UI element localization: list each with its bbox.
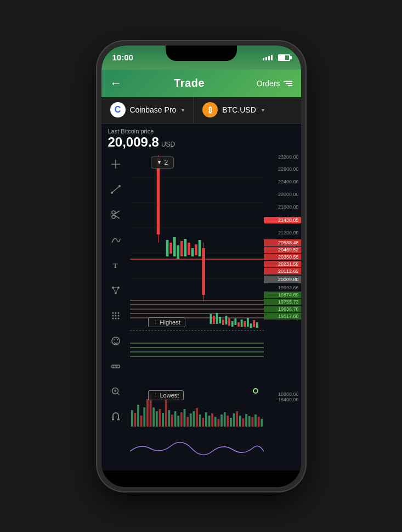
svg-rect-100 xyxy=(162,413,164,427)
svg-point-18 xyxy=(115,312,116,313)
svg-rect-107 xyxy=(183,409,185,427)
svg-line-7 xyxy=(115,211,120,214)
svg-rect-94 xyxy=(143,407,145,427)
svg-line-15 xyxy=(113,288,116,293)
svg-rect-88 xyxy=(253,320,255,327)
svg-point-24 xyxy=(115,317,116,319)
battery-fill xyxy=(279,55,286,60)
svg-rect-67 xyxy=(188,243,190,255)
svg-rect-93 xyxy=(140,416,142,427)
indicator-value: 2 xyxy=(164,159,168,166)
level-green-4: 19517.80 xyxy=(264,313,301,320)
indicator-badge[interactable]: ▼ 2 xyxy=(151,156,174,169)
svg-rect-86 xyxy=(247,318,249,327)
chart-svg xyxy=(130,152,264,405)
status-time: 10:00 xyxy=(112,53,133,62)
svg-text:T: T xyxy=(113,261,118,270)
svg-rect-114 xyxy=(205,412,207,427)
phone-inner: 10:00 ← Trade Orders xyxy=(101,46,301,487)
lowest-label[interactable]: ⋮ Lowest xyxy=(148,390,184,400)
scale-21200: 21200.00 xyxy=(264,230,301,236)
zoom-tool[interactable] xyxy=(108,384,123,399)
svg-rect-81 xyxy=(231,321,233,327)
level-red-1: 20588.48 xyxy=(264,239,301,246)
svg-rect-89 xyxy=(256,322,258,328)
exchange-name: Coinbase Pro xyxy=(130,105,177,114)
svg-rect-129 xyxy=(251,417,253,427)
svg-rect-84 xyxy=(240,320,242,327)
orders-label: Orders xyxy=(257,79,280,88)
highest-label[interactable]: ⋮ Highest xyxy=(148,317,185,327)
signal-bars xyxy=(263,55,273,60)
scale-21430: 21430.05 xyxy=(264,217,301,223)
svg-rect-104 xyxy=(174,411,176,427)
svg-rect-91 xyxy=(134,413,136,427)
btc-logo: ₿ xyxy=(202,102,218,117)
node-tool[interactable] xyxy=(108,283,123,298)
svg-rect-126 xyxy=(242,418,244,427)
svg-rect-80 xyxy=(228,318,230,326)
highest-dots: ⋮ xyxy=(153,320,158,325)
grid-tool[interactable] xyxy=(108,308,123,323)
svg-point-19 xyxy=(117,312,119,313)
svg-rect-64 xyxy=(177,245,179,259)
status-icons xyxy=(263,54,290,61)
svg-rect-117 xyxy=(214,417,216,427)
exchange-selector[interactable]: C Coinbase Pro ▾ xyxy=(101,97,194,123)
svg-rect-128 xyxy=(248,416,250,427)
emoji-tool[interactable] xyxy=(108,333,123,349)
scale-18800: 18800.00 xyxy=(264,391,301,397)
curve-tool[interactable] xyxy=(108,232,123,248)
price-label: Last Bitcoin price xyxy=(108,128,295,135)
pair-name: BTC.USD xyxy=(222,105,256,114)
svg-rect-109 xyxy=(189,413,191,427)
price-value: 20,009.8 USD xyxy=(108,135,295,150)
svg-rect-119 xyxy=(220,415,223,427)
orders-button[interactable]: Orders xyxy=(257,79,292,88)
svg-point-20 xyxy=(112,315,114,316)
svg-rect-29 xyxy=(112,365,120,368)
oscillator-chart xyxy=(130,432,264,471)
exchange-dropdown-arrow: ▾ xyxy=(182,107,184,113)
svg-rect-87 xyxy=(250,323,252,328)
orders-icon xyxy=(284,81,292,86)
ruler-tool[interactable] xyxy=(108,359,123,374)
svg-point-27 xyxy=(114,339,115,340)
level-red-4: 20231.59 xyxy=(264,261,301,267)
svg-rect-79 xyxy=(225,316,227,324)
svg-rect-69 xyxy=(195,244,197,255)
svg-rect-122 xyxy=(230,418,232,427)
highest-text: Highest xyxy=(160,319,180,326)
svg-rect-130 xyxy=(254,415,257,427)
header: ← Trade Orders xyxy=(101,70,301,97)
svg-rect-116 xyxy=(211,413,213,427)
left-toolbar: T xyxy=(101,152,130,429)
svg-rect-118 xyxy=(217,419,219,427)
line-tool[interactable] xyxy=(108,182,123,197)
scissors-tool[interactable] xyxy=(108,207,123,222)
text-tool[interactable]: T xyxy=(108,257,123,273)
svg-rect-97 xyxy=(152,407,155,427)
svg-rect-123 xyxy=(233,413,235,427)
scale-22000: 22000.00 xyxy=(264,192,301,197)
svg-rect-103 xyxy=(171,415,173,427)
svg-rect-105 xyxy=(177,416,179,427)
magnet-tool[interactable] xyxy=(108,409,123,424)
main-content: Last Bitcoin price 20,009.8 USD xyxy=(101,124,301,471)
chart-container: T xyxy=(101,152,301,471)
crosshair-tool[interactable] xyxy=(108,156,123,172)
svg-rect-99 xyxy=(158,409,161,427)
svg-rect-98 xyxy=(155,411,157,427)
level-green-3: 19636.76 xyxy=(264,306,301,312)
svg-rect-90 xyxy=(131,410,133,427)
back-button[interactable]: ← xyxy=(110,76,122,91)
price-scale: 23200.00 22800.00 22400.00 22000.00 2160… xyxy=(264,152,301,405)
scale-23200: 23200.00 xyxy=(264,154,301,160)
pair-selector[interactable]: ₿ BTC.USD ▾ xyxy=(194,97,273,123)
svg-rect-124 xyxy=(236,411,238,427)
svg-rect-65 xyxy=(180,241,183,256)
svg-rect-68 xyxy=(191,248,194,256)
svg-rect-102 xyxy=(168,410,170,427)
signal-bar-4 xyxy=(271,55,273,60)
lowest-dots: ⋮ xyxy=(153,393,158,398)
